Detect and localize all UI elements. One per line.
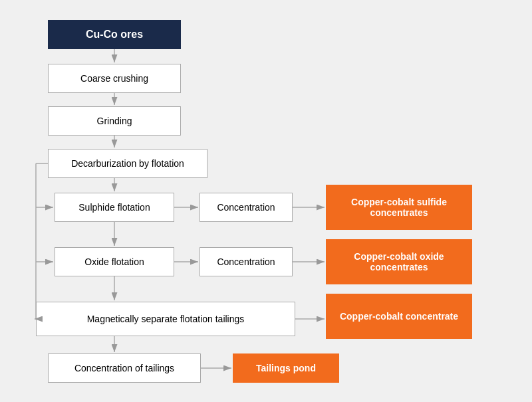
copper-cobalt-sulfide-box: Copper-cobalt sulfide concentrates: [326, 185, 472, 230]
sulphide-concentration-box: Concentration: [200, 193, 293, 222]
decarburization-box: Decarburization by flotation: [48, 149, 207, 178]
grinding-box: Grinding: [48, 106, 181, 136]
oxide-flotation-label: Oxide flotation: [84, 256, 144, 267]
tailings-pond-box: Tailings pond: [233, 353, 339, 383]
coarse-crushing-label: Coarse crushing: [80, 73, 148, 84]
sulphide-concentration-label: Concentration: [217, 202, 275, 213]
concentration-tailings-label: Concentration of tailings: [74, 363, 174, 373]
process-flow-diagram: Cu-Co ores Coarse crushing Grinding Deca…: [0, 0, 532, 402]
copper-cobalt-oxide-box: Copper-cobalt oxide concentrates: [326, 239, 472, 284]
copper-cobalt-concentrate-label: Copper-cobalt concentrate: [340, 311, 458, 322]
oxide-concentration-box: Concentration: [200, 247, 293, 276]
sulphide-flotation-box: Sulphide flotation: [55, 193, 174, 222]
oxide-flotation-box: Oxide flotation: [55, 247, 174, 276]
cu-co-ores-label: Cu-Co ores: [86, 29, 143, 41]
magnetic-separate-box: Magnetically separate flotation tailings: [36, 302, 295, 336]
oxide-concentration-label: Concentration: [217, 256, 275, 267]
concentration-tailings-box: Concentration of tailings: [48, 353, 201, 383]
tailings-pond-label: Tailings pond: [256, 363, 316, 373]
sulphide-flotation-label: Sulphide flotation: [78, 202, 150, 213]
magnetic-separate-label: Magnetically separate flotation tailings: [87, 314, 245, 324]
grinding-label: Grinding: [97, 116, 132, 126]
decarburization-label: Decarburization by flotation: [71, 158, 184, 169]
copper-cobalt-sulfide-label: Copper-cobalt sulfide concentrates: [332, 197, 466, 218]
cu-co-ores-box: Cu-Co ores: [48, 20, 181, 49]
copper-cobalt-oxide-label: Copper-cobalt oxide concentrates: [332, 251, 466, 272]
coarse-crushing-box: Coarse crushing: [48, 64, 181, 93]
copper-cobalt-concentrate-box: Copper-cobalt concentrate: [326, 294, 472, 339]
